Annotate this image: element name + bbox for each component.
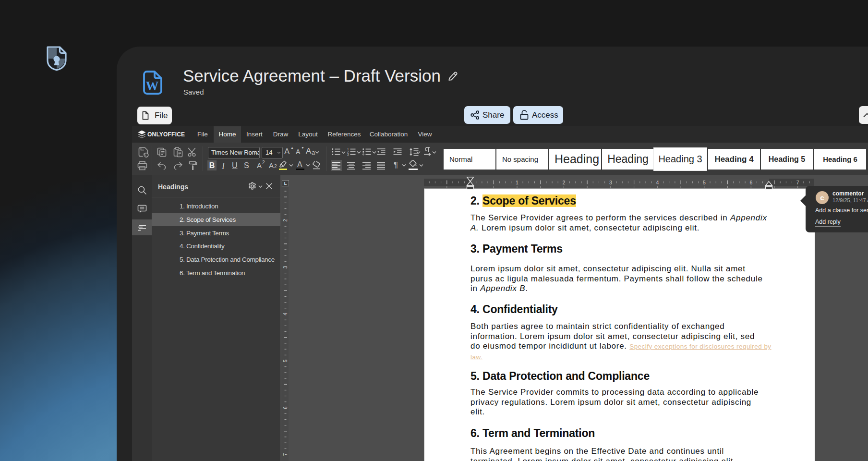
- svg-text:5: 5: [283, 359, 288, 362]
- svg-text:3: 3: [347, 153, 349, 156]
- svg-text:6: 6: [749, 180, 752, 185]
- svg-text:4: 4: [283, 313, 288, 315]
- svg-text:6: 6: [283, 406, 288, 409]
- svg-text:3: 3: [283, 266, 288, 268]
- svg-text:W: W: [146, 79, 159, 93]
- svg-text:2: 2: [562, 180, 565, 185]
- svg-text:7: 7: [796, 180, 799, 185]
- svg-text:2: 2: [283, 219, 288, 222]
- svg-text:3: 3: [609, 180, 612, 185]
- svg-text:1: 1: [516, 180, 518, 185]
- svg-text:4: 4: [656, 180, 659, 185]
- svg-text:5: 5: [703, 180, 706, 185]
- svg-text:7: 7: [283, 453, 288, 456]
